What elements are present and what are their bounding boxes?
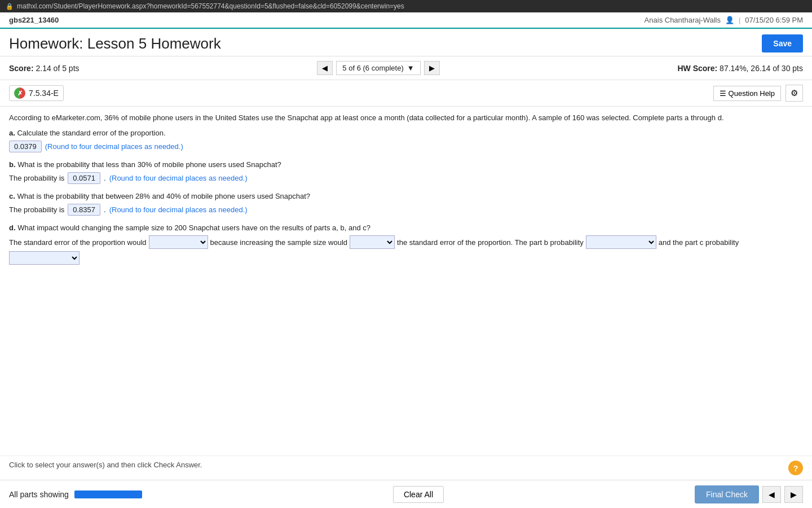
part-a-answer-row: 0.0379 (Round to four decimal places as …: [9, 141, 803, 152]
part-b-text: What is the probability that less than 3…: [17, 160, 281, 169]
question-id: 7.5.34-E: [29, 89, 59, 98]
part-c-label: c.: [9, 192, 15, 200]
part-a-answer[interactable]: 0.0379: [9, 141, 42, 152]
part-b-answer-row: The probability is 0.0571 . (Round to fo…: [9, 172, 803, 184]
part-c-answer[interactable]: 0.8357: [68, 204, 100, 216]
gear-icon: ⚙: [791, 88, 798, 98]
question-help-label: Question Help: [729, 89, 775, 98]
part-d-dropdown-4[interactable]: would decrease would increase would not …: [9, 251, 80, 265]
question-help-button[interactable]: ☰ Question Help: [713, 86, 781, 101]
page-info: 5 of 6 (6 complete) ▼: [336, 61, 420, 75]
part-b-round-note: (Round to four decimal places as needed.…: [109, 174, 248, 182]
part-d-s2: because increasing the sample size would: [210, 238, 348, 247]
part-a-section: a. Calculate the standard error of the p…: [9, 129, 803, 152]
part-d-dropdown-3[interactable]: would decrease would increase would not …: [586, 235, 656, 249]
dropdown-arrow-icon: ▼: [407, 64, 414, 72]
question-header: ✗ 7.5.34-E ☰ Question Help ⚙: [0, 80, 812, 107]
part-d-s1: The standard error of the proportion wou…: [9, 238, 147, 247]
hw-score: HW Score: 87.14%, 26.14 of 30 pts: [677, 64, 803, 73]
nav-controls: ◀ 5 of 6 (6 complete) ▼ ▶: [317, 61, 439, 75]
browser-url: mathxl.com/Student/PlayerHomework.aspx?h…: [17, 2, 404, 10]
part-c-suffix: .: [104, 205, 106, 214]
part-d-dropdown-2[interactable]: decrease increase: [350, 235, 395, 249]
score-label: Score:: [9, 64, 34, 73]
site-id: gbs221_13460: [9, 16, 59, 24]
datetime: 07/15/20 6:59 PM: [745, 16, 803, 24]
part-a-text: Calculate the standard error of the prop…: [17, 129, 165, 137]
next-question-button[interactable]: ▶: [424, 61, 440, 75]
part-b-section: b. What is the probability that less tha…: [9, 160, 803, 184]
score-value: 2.14 of 5 pts: [36, 64, 79, 73]
part-d-text: What impact would changing the sample si…: [17, 224, 370, 232]
user-name: Anais Chantharaj-Walls: [645, 16, 721, 24]
page-info-text: 5 of 6 (6 complete): [342, 64, 403, 72]
part-d-sentence: The standard error of the proportion wou…: [9, 235, 803, 265]
prev-question-button[interactable]: ◀: [317, 61, 333, 75]
part-b-answer[interactable]: 0.0571: [68, 172, 100, 184]
save-button[interactable]: Save: [762, 34, 803, 52]
question-id-box: ✗ 7.5.34-E: [9, 85, 64, 101]
part-d-s3: the standard error of the proportion. Th…: [397, 238, 584, 247]
part-b-prefix: The probability is: [9, 174, 64, 182]
part-c-section: c. What is the probability that between …: [9, 192, 803, 216]
question-tools: ☰ Question Help ⚙: [713, 85, 803, 102]
browser-bar: 🔒 mathxl.com/Student/PlayerHomework.aspx…: [0, 0, 812, 12]
part-a-label: a.: [9, 129, 15, 137]
part-d-dropdown-1[interactable]: decrease increase stay the same: [149, 235, 208, 249]
part-c-text: What is the probability that between 28%…: [17, 192, 310, 200]
top-nav: gbs221_13460 Anais Chantharaj-Walls 👤 | …: [0, 12, 812, 29]
question-intro: According to eMarketer.com, 36% of mobil…: [9, 113, 803, 122]
part-d-label: d.: [9, 224, 16, 232]
user-info: Anais Chantharaj-Walls 👤 | 07/15/20 6:59…: [645, 16, 803, 24]
hw-score-value: 87.14%, 26.14 of 30 pts: [720, 64, 803, 73]
part-d-section: d. What impact would changing the sample…: [9, 224, 803, 265]
page-header: Homework: Lesson 5 Homework Save: [0, 29, 812, 56]
question-content: According to eMarketer.com, 36% of mobil…: [0, 107, 812, 279]
list-icon: ☰: [720, 89, 726, 98]
separator: |: [739, 16, 740, 24]
user-icon: 👤: [725, 16, 734, 24]
status-icon: ✗: [14, 87, 25, 99]
part-c-round-note: (Round to four decimal places as needed.…: [109, 205, 248, 214]
part-b-suffix: .: [104, 174, 106, 182]
part-d-question: d. What impact would changing the sample…: [9, 224, 803, 232]
lock-icon: 🔒: [6, 3, 14, 10]
part-c-answer-row: The probability is 0.8357 . (Round to fo…: [9, 204, 803, 216]
score-bar: Score: 2.14 of 5 pts ◀ 5 of 6 (6 complet…: [0, 56, 812, 80]
score-left: Score: 2.14 of 5 pts: [9, 64, 80, 73]
hw-score-label: HW Score:: [677, 64, 717, 73]
part-b-question: b. What is the probability that less tha…: [9, 160, 803, 169]
part-d-s4: and the part c probability: [659, 238, 739, 247]
part-a-round-note: (Round to four decimal places as needed.…: [45, 142, 183, 151]
part-b-label: b.: [9, 160, 16, 169]
part-c-question: c. What is the probability that between …: [9, 192, 803, 200]
page-title: Homework: Lesson 5 Homework: [9, 35, 221, 52]
part-a-question: a. Calculate the standard error of the p…: [9, 129, 803, 137]
gear-button[interactable]: ⚙: [785, 85, 803, 102]
part-c-prefix: The probability is: [9, 205, 64, 214]
